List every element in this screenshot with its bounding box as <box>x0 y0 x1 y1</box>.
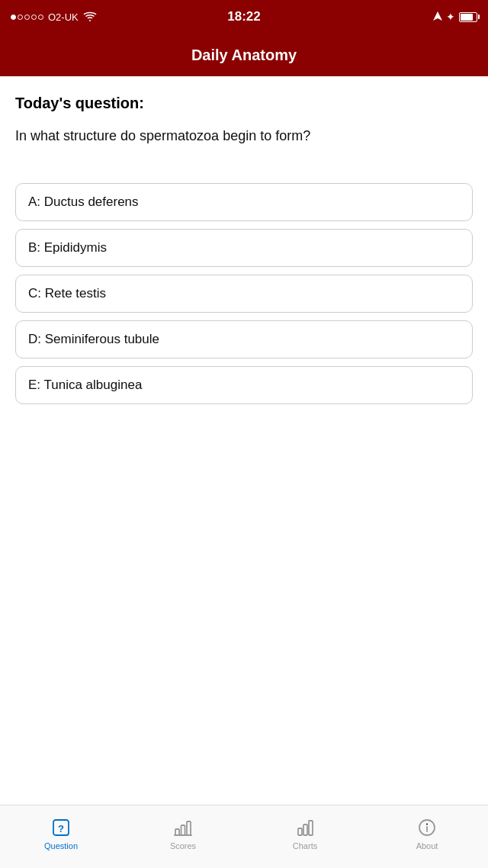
location-icon <box>433 11 442 23</box>
answer-option-c[interactable]: C: Rete testis <box>15 275 473 313</box>
answer-option-a[interactable]: A: Ductus deferens <box>15 183 473 221</box>
svg-text:?: ? <box>58 823 64 834</box>
dot-3 <box>24 14 30 20</box>
tab-icon-about <box>416 817 438 838</box>
svg-rect-9 <box>309 821 313 835</box>
tab-scores[interactable]: Scores <box>122 805 244 868</box>
svg-rect-5 <box>187 821 191 835</box>
carrier-label: O2-UK <box>48 11 79 23</box>
answer-option-b[interactable]: B: Epididymis <box>15 229 473 267</box>
signal-dots <box>11 14 43 20</box>
svg-rect-7 <box>298 828 302 835</box>
tab-label-question: Question <box>44 841 78 850</box>
wifi-icon <box>83 11 97 24</box>
svg-point-0 <box>89 20 91 21</box>
answer-option-d[interactable]: D: Seminiferous tubule <box>15 320 473 358</box>
dot-1 <box>11 14 16 20</box>
status-left: O2-UK <box>11 11 97 24</box>
nav-bar: Daily Anatomy <box>0 34 488 76</box>
tab-question[interactable]: ? Question <box>0 805 122 868</box>
answers-container: A: Ductus deferensB: EpididymisC: Rete t… <box>15 183 473 404</box>
tab-label-scores: Scores <box>170 841 196 850</box>
battery-icon <box>459 12 477 22</box>
dot-4 <box>31 14 37 20</box>
tab-icon-scores <box>172 817 194 838</box>
tab-label-charts: Charts <box>293 841 317 850</box>
tab-about[interactable]: About <box>366 805 488 868</box>
answer-option-e[interactable]: E: Tunica albuginea <box>15 366 473 404</box>
status-right: ✦ <box>433 11 477 23</box>
tab-bar: ? Question Scores Charts About <box>0 805 488 868</box>
tab-icon-question: ? <box>50 817 72 838</box>
bluetooth-icon: ✦ <box>446 11 455 23</box>
dot-5 <box>38 14 43 20</box>
tab-charts[interactable]: Charts <box>244 805 366 868</box>
svg-point-12 <box>426 824 428 825</box>
nav-title: Daily Anatomy <box>191 47 297 64</box>
svg-rect-3 <box>175 829 179 835</box>
question-label: Today's question: <box>15 95 473 112</box>
svg-rect-4 <box>181 825 185 835</box>
svg-rect-8 <box>303 825 307 835</box>
battery-fill <box>461 14 473 21</box>
main-content: Today's question: In what structure do s… <box>0 76 488 805</box>
tab-label-about: About <box>416 841 438 850</box>
status-time: 18:22 <box>227 9 260 24</box>
status-bar: O2-UK 18:22 ✦ <box>0 0 488 34</box>
dot-2 <box>18 14 23 20</box>
question-text: In what structure do spermatozoa begin t… <box>15 126 473 146</box>
tab-icon-charts <box>294 817 316 838</box>
